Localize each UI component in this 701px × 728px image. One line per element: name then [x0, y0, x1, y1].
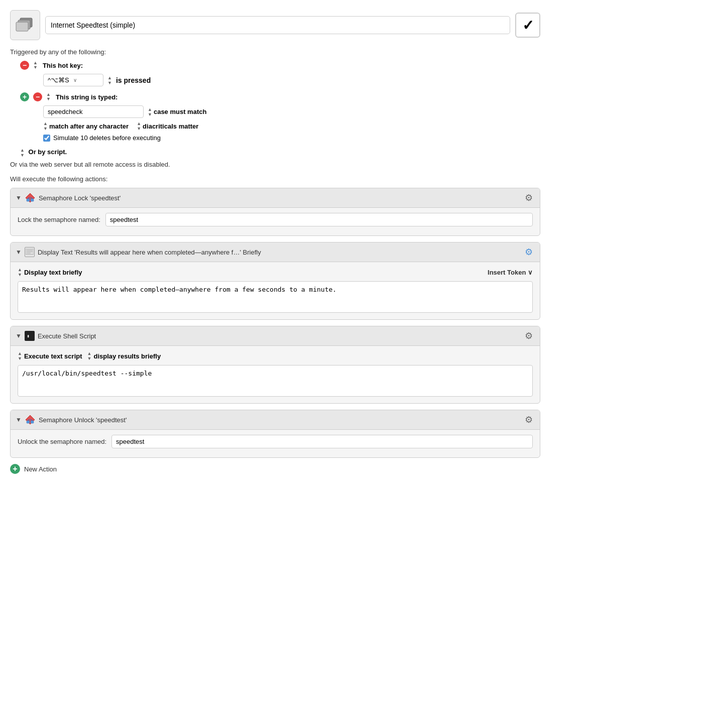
shell-script-header: ▼ ▮ Execute Shell Script ⚙ — [11, 326, 540, 346]
remove-trigger2-button[interactable]: − — [33, 92, 42, 101]
display-text-body: ▲▼ Display text briefly Insert Token ∨ — [11, 262, 540, 319]
display-text-sub-label: ▲▼ Display text briefly — [18, 267, 82, 277]
trigger1-row: − ▲▼ This hot key: — [20, 61, 540, 70]
semaphore-unlock-header: ▼ Semaphore Unlock 'speedtest' ⚙ — [11, 410, 540, 430]
trigger2-row: + − ▲▼ This string is typed: — [20, 92, 540, 101]
simulate-deletes-row: Simulate 10 deletes before executing — [43, 134, 540, 142]
shell-sub-label1-text: Execute text script — [24, 352, 82, 360]
semaphore-lock-expand[interactable]: ▼ — [16, 194, 22, 201]
semaphore-lock-gear[interactable]: ⚙ — [523, 192, 535, 203]
trigger2-block: + − ▲▼ This string is typed: ▲▼ case mus… — [20, 92, 540, 142]
semaphore-unlock-field-row: Unlock the semaphore named: — [18, 435, 533, 448]
semaphore-unlock-title: Semaphore Unlock 'speedtest' — [39, 416, 127, 424]
shell-script-textarea[interactable] — [18, 365, 533, 397]
hotkey-row: ^⌥⌘S ∨ ▲▼ is pressed — [43, 74, 540, 86]
semaphore-unlock-body: Unlock the semaphore named: — [11, 430, 540, 457]
shell-script-action: ▼ ▮ Execute Shell Script ⚙ ▲▼ Execute te… — [10, 326, 540, 404]
semaphore-unlock-icon — [25, 414, 36, 425]
svg-rect-2 — [16, 22, 28, 31]
options-row: ▲▼ match after any character ▲▼ diacriti… — [43, 121, 540, 131]
case-must-match-toggle[interactable]: ▲▼ case must match — [148, 107, 206, 117]
or-by-script-arrows[interactable]: ▲▼ — [20, 148, 25, 158]
svg-text:▮: ▮ — [27, 334, 30, 338]
semaphore-unlock-expand[interactable]: ▼ — [16, 416, 22, 423]
shell-script-gear[interactable]: ⚙ — [523, 330, 535, 341]
shell-script-expand[interactable]: ▼ — [16, 332, 22, 339]
display-text-sub-label-text: Display text briefly — [24, 269, 82, 276]
semaphore-lock-field-input[interactable] — [105, 213, 533, 226]
match-after-toggle[interactable]: ▲▼ match after any character — [43, 121, 129, 131]
display-text-header: ▼ Display Text 'Results will appear here… — [11, 242, 540, 262]
diacriticals-toggle[interactable]: ▲▼ diacriticals matter — [137, 121, 198, 131]
display-text-gear[interactable]: ⚙ — [523, 247, 535, 258]
shell-sub-arrows2[interactable]: ▲▼ — [87, 351, 92, 361]
svg-rect-17 — [31, 421, 34, 423]
semaphore-unlock-field-label: Unlock the semaphore named: — [18, 438, 106, 445]
semaphore-unlock-gear[interactable]: ⚙ — [523, 414, 535, 425]
string-input[interactable] — [43, 105, 144, 118]
remove-trigger1-button[interactable]: − — [20, 61, 29, 70]
semaphore-lock-body: Lock the semaphore named: — [11, 208, 540, 235]
svg-rect-4 — [27, 199, 30, 201]
semaphore-lock-action: ▼ Semaphore Lock 'speedtest' ⚙ Lock the … — [10, 188, 540, 236]
shell-script-icon: ▮ — [25, 331, 35, 341]
diacriticals-arrows: ▲▼ — [137, 121, 141, 131]
display-text-icon — [25, 247, 35, 257]
shell-sub-arrows1[interactable]: ▲▼ — [18, 351, 22, 361]
display-text-textarea[interactable] — [18, 281, 533, 313]
svg-rect-5 — [31, 199, 34, 201]
display-text-expand[interactable]: ▼ — [16, 249, 22, 256]
shell-script-header-left: ▼ ▮ Execute Shell Script — [16, 331, 96, 341]
semaphore-lock-icon — [25, 192, 36, 203]
semaphore-lock-header: ▼ Semaphore Lock 'speedtest' ⚙ — [11, 188, 540, 208]
shell-sub-row: ▲▼ Execute text script ▲▼ display result… — [18, 351, 533, 361]
trigger1-sort-arrows[interactable]: ▲▼ — [33, 61, 38, 70]
case-must-match-label: case must match — [154, 108, 207, 115]
display-text-title: Display Text 'Results will appear here w… — [38, 249, 261, 256]
semaphore-unlock-action: ▼ Semaphore Unlock 'speedtest' ⚙ Unlock … — [10, 410, 540, 458]
display-text-header-left: ▼ Display Text 'Results will appear here… — [16, 247, 261, 257]
diacriticals-label: diacriticals matter — [143, 123, 198, 130]
macro-header: ✓ — [10, 10, 540, 40]
semaphore-lock-field-label: Lock the semaphore named: — [18, 216, 100, 223]
is-pressed-text: is pressed — [116, 76, 151, 84]
new-action-label: New Action — [24, 465, 57, 473]
will-execute-label: Will execute the following actions: — [10, 175, 540, 183]
semaphore-unlock-field-input[interactable] — [111, 435, 533, 448]
semaphore-lock-field-row: Lock the semaphore named: — [18, 213, 533, 226]
display-text-arrows[interactable]: ▲▼ — [18, 267, 22, 277]
triggered-label: Triggered by any of the following: — [10, 48, 540, 56]
macro-icon — [10, 10, 40, 40]
new-action-button[interactable]: + — [10, 464, 20, 474]
simulate-deletes-label: Simulate 10 deletes before executing — [53, 134, 161, 142]
add-trigger-button[interactable]: + — [20, 92, 29, 101]
or-via-text: Or via the web server but all remote acc… — [10, 161, 540, 168]
display-text-action: ▼ Display Text 'Results will appear here… — [10, 242, 540, 320]
case-arrows: ▲▼ — [148, 107, 152, 117]
hotkey-dropdown-arrow: ∨ — [73, 77, 77, 83]
confirm-button[interactable]: ✓ — [515, 13, 540, 38]
trigger1-block: − ▲▼ This hot key: ^⌥⌘S ∨ ▲▼ is pressed — [20, 61, 540, 86]
shell-sub-label2-text: display results briefly — [93, 352, 161, 360]
or-by-script-label: Or by script. — [29, 148, 67, 156]
string-row: ▲▼ case must match — [43, 105, 540, 118]
string-typed-block: ▲▼ case must match ▲▼ match after any ch… — [43, 105, 540, 142]
or-by-script-row: ▲▼ Or by script. — [20, 148, 540, 158]
semaphore-lock-title: Semaphore Lock 'speedtest' — [39, 194, 121, 202]
svg-rect-16 — [27, 421, 30, 423]
shell-script-sub-label2: ▲▼ display results briefly — [87, 351, 161, 361]
hotkey-value: ^⌥⌘S — [48, 76, 69, 84]
shell-script-body: ▲▼ Execute text script ▲▼ display result… — [11, 346, 540, 403]
insert-token-button[interactable]: Insert Token ∨ — [488, 269, 533, 276]
macro-title-input[interactable] — [45, 16, 510, 34]
trigger2-sort-arrows[interactable]: ▲▼ — [46, 92, 51, 101]
semaphore-unlock-header-left: ▼ Semaphore Unlock 'speedtest' — [16, 414, 127, 425]
is-pressed-arrows[interactable]: ▲▼ — [107, 75, 112, 85]
simulate-deletes-checkbox[interactable] — [43, 135, 50, 142]
match-after-label: match after any character — [49, 123, 129, 130]
new-action-row: + New Action — [10, 464, 540, 474]
hotkey-select[interactable]: ^⌥⌘S ∨ — [43, 74, 103, 86]
shell-script-title: Execute Shell Script — [38, 332, 96, 340]
match-arrows: ▲▼ — [43, 121, 48, 131]
shell-script-sub-label1: ▲▼ Execute text script — [18, 351, 82, 361]
